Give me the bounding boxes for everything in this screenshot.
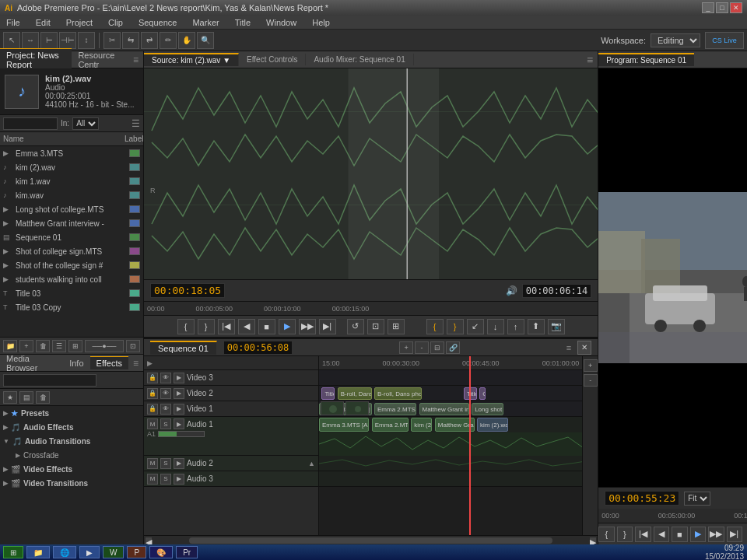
mark-out-button[interactable]: } <box>447 319 464 334</box>
overwrite-button[interactable]: ↓ <box>487 319 504 334</box>
tree-item-presets[interactable]: ▶ ★ Presets <box>0 406 143 420</box>
fit-select[interactable]: Fit <box>684 492 710 506</box>
source-timecode-in[interactable]: 00:00:18:05 <box>150 283 225 298</box>
list-item[interactable]: ♪ kim (2).wav <box>0 160 143 174</box>
clip-emma2-a[interactable]: Emma 2.MTS [A] <box>372 418 409 432</box>
linked-selection-button[interactable]: 🔗 <box>446 341 460 354</box>
taskbar-paint[interactable]: 🎨 <box>149 546 173 558</box>
pen-tool[interactable]: ✏ <box>160 32 177 49</box>
track-vis-v2[interactable]: 👁 <box>160 388 171 399</box>
tab-media-browser[interactable]: Media Browser <box>0 352 63 374</box>
clip-kim-a[interactable]: kim (2).wav ie:Level <box>411 418 432 432</box>
tree-item-video-effects[interactable]: ▶ 🎬 Video Effects <box>0 462 143 476</box>
clip-emma3-a[interactable]: Emma 3.MTS [A] lume:Level <box>319 418 369 432</box>
source-monitor-menu[interactable]: ≡ <box>582 54 598 66</box>
prog-play-fwd[interactable]: ▶▶ <box>708 527 724 542</box>
list-item[interactable]: T Title 03 <box>0 286 143 300</box>
auto-icon[interactable]: ⊡ <box>126 340 140 352</box>
selection-tool[interactable]: ↖ <box>3 32 20 49</box>
track-mute-a2[interactable]: M <box>147 458 158 469</box>
extract-button[interactable]: ⬆ <box>528 319 545 334</box>
ripple-edit-tool[interactable]: ⊢ <box>40 32 58 49</box>
tree-item-audio-effects[interactable]: ▶ 🎵 Audio Effects <box>0 420 143 434</box>
safe-margin-button[interactable]: ⊡ <box>367 319 384 334</box>
project-list-view-icon[interactable]: ☰ <box>132 118 140 129</box>
list-item[interactable]: ▤ Sequence 01 <box>0 230 143 244</box>
list-item[interactable]: ▶ Matthew Grant interview - <box>0 216 143 230</box>
scroll-left-btn[interactable]: ◀ <box>146 537 152 544</box>
taskbar-premiere[interactable]: Pr <box>176 546 198 558</box>
razor-tool[interactable]: ✂ <box>103 32 121 49</box>
menu-window[interactable]: Window <box>263 18 300 27</box>
mark-clip-button[interactable]: } <box>198 319 215 334</box>
rate-stretch-tool[interactable]: ↕ <box>78 32 95 49</box>
track-select-tool[interactable]: ↔ <box>22 32 39 49</box>
track-expand-v2[interactable]: ▶ <box>174 388 184 399</box>
track-solo-a3[interactable]: S <box>160 474 171 485</box>
zoom-out-btn[interactable]: - <box>584 374 598 387</box>
track-expand-v3[interactable]: ▶ <box>174 373 184 383</box>
output-button[interactable]: ⊞ <box>388 319 405 334</box>
tab-program[interactable]: Program: Sequence 01 <box>598 53 694 66</box>
tree-item-audio-transitions[interactable]: ▼ 🎵 Audio Transitions <box>0 434 143 448</box>
tab-effects[interactable]: Effects <box>90 356 128 369</box>
list-item[interactable]: ▶ Shot of the college sign # <box>0 258 143 272</box>
list-item[interactable]: ▶ Shot of college sign.MTS <box>0 244 143 258</box>
project-search-input[interactable] <box>3 117 58 130</box>
slide-tool[interactable]: ⇄ <box>141 32 158 49</box>
clear-button[interactable]: 🗑 <box>36 340 50 352</box>
track-mute-a1[interactable]: M <box>147 418 158 429</box>
clip-emma2[interactable]: Emma 2.MTS [V] icity <box>374 403 416 415</box>
track-v3[interactable] <box>319 370 582 386</box>
remove-tracks-button[interactable]: - <box>415 341 429 354</box>
cs-live-button[interactable]: CS Live <box>705 32 744 49</box>
panel-menu-icon[interactable]: ≡ <box>128 54 143 65</box>
play-back-button[interactable]: ◀ <box>238 319 255 334</box>
start-button[interactable]: ⊞ <box>3 546 23 558</box>
loop-button[interactable]: ↺ <box>347 319 364 334</box>
track-expand-a3[interactable]: ▶ <box>174 474 184 485</box>
track-mute-a3[interactable]: M <box>147 474 158 485</box>
prog-mark-out[interactable]: } <box>617 527 633 542</box>
clip-matthew-a[interactable]: Matthew Grant interview - phone a <box>435 418 475 432</box>
list-toggle[interactable]: ☰ <box>52 340 66 352</box>
program-timecode-in[interactable]: 00:00:55:23 <box>605 491 679 506</box>
minimize-button[interactable]: _ <box>702 2 714 13</box>
lift-button[interactable]: ↑ <box>507 319 524 334</box>
track-v1[interactable]: Emma 3.MTS [V] y:Opacity Emma 2.MTS [V] … <box>319 401 582 417</box>
menu-sequence[interactable]: Sequence <box>135 18 181 27</box>
menu-file[interactable]: File <box>3 18 23 27</box>
workspace-select[interactable]: Editing <box>651 33 700 47</box>
rolling-edit-tool[interactable]: ⊣⊢ <box>59 32 76 49</box>
in-select[interactable]: All <box>72 117 99 130</box>
track-a3[interactable] <box>319 471 582 487</box>
clip-title01b[interactable]: Title 01 <box>464 387 477 400</box>
add-marker-button[interactable]: { <box>177 319 195 334</box>
list-item[interactable]: ♪ kim 1.wav <box>0 174 143 188</box>
track-a1[interactable]: Emma 3.MTS [A] lume:Level Emma 2.MTS [A]… <box>319 417 582 456</box>
tab-audio-mixer[interactable]: Audio Mixer: Sequence 01 <box>306 54 413 65</box>
track-solo-a2[interactable]: S <box>160 458 171 469</box>
step-back-button[interactable]: |◀ <box>218 319 235 334</box>
track-vis-v1[interactable]: 👁 <box>160 404 171 415</box>
tree-item-video-transitions[interactable]: ▶ 🎬 Video Transitions <box>0 476 143 490</box>
close-button[interactable]: ✕ <box>730 2 742 13</box>
list-item[interactable]: ▶ students walking into coll <box>0 272 143 286</box>
stop-button[interactable]: ■ <box>258 319 275 334</box>
tab-info[interactable]: Info <box>63 357 89 369</box>
clip-title01[interactable]: Title 0 <box>321 387 335 400</box>
clip-broll1[interactable]: B-roll, Dans pho <box>338 387 372 400</box>
track-lock-v2[interactable]: 🔒 <box>147 388 158 399</box>
tab-resource-center[interactable]: Resource Centr <box>72 49 128 71</box>
list-item[interactable]: ♪ kim.wav <box>0 188 143 202</box>
tab-sequence[interactable]: Sequence 01 <box>150 341 217 355</box>
clip-longshot[interactable]: Long shot of colle <box>472 403 503 415</box>
taskbar-player[interactable]: ▶ <box>79 546 100 558</box>
taskbar-browser[interactable]: 🌐 <box>53 546 76 558</box>
track-lock-v1[interactable]: 🔒 <box>147 404 158 415</box>
track-expand-v1[interactable]: ▶ <box>174 404 184 415</box>
effects-menu-icon[interactable]: ≡ <box>128 358 143 369</box>
new-item-button[interactable]: + <box>19 340 33 352</box>
zoom-slider[interactable]: ──●── <box>85 340 124 352</box>
timeline-timecode[interactable]: 00:00:56:08 <box>223 341 293 355</box>
